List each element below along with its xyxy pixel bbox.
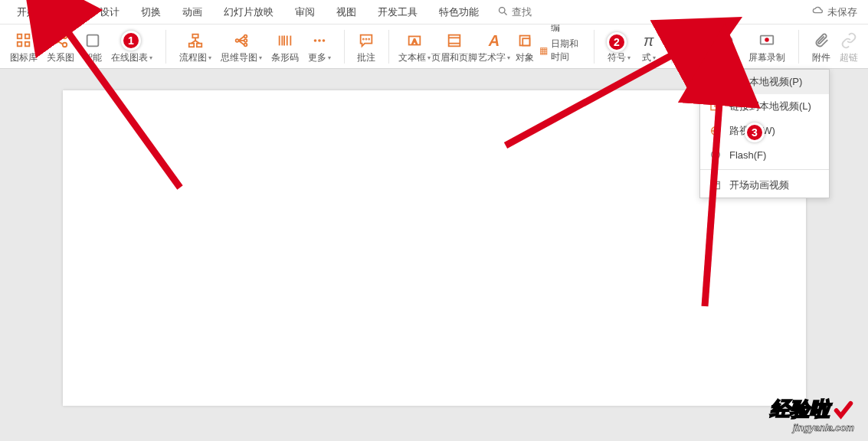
header-footer-icon xyxy=(445,31,463,50)
datetime-button[interactable]: ▦ 日期和时间 xyxy=(539,38,585,64)
cloud-icon xyxy=(812,5,824,19)
more-icon xyxy=(310,31,329,50)
svg-rect-2 xyxy=(18,34,22,39)
svg-rect-11 xyxy=(87,35,99,47)
search-label: 查找 xyxy=(512,5,532,19)
flash-item[interactable]: Flash(F) xyxy=(700,143,829,166)
svg-point-33 xyxy=(313,39,316,42)
paperclip-icon xyxy=(812,31,830,50)
callout-1: 1 xyxy=(121,31,141,51)
link-square-icon xyxy=(709,100,722,113)
search-icon xyxy=(497,5,509,19)
video-dropdown-menu: 嵌入本地视频(P) 链接到本地视频(L) 路视频(W) Flash(F) 开场动… xyxy=(699,69,830,198)
comment-button[interactable]: 批注 xyxy=(353,29,379,68)
mindmap-icon xyxy=(232,31,251,50)
svg-point-38 xyxy=(369,39,370,40)
svg-rect-15 xyxy=(192,34,198,38)
tab-animation[interactable]: 动画 xyxy=(172,2,213,22)
more-label: 更多▾ xyxy=(308,51,331,64)
svg-marker-48 xyxy=(722,36,729,46)
flash-label: Flash(F) xyxy=(729,149,766,161)
mindmap-label: 思维导图▾ xyxy=(221,51,262,64)
svg-point-23 xyxy=(244,39,247,42)
embed-local-video-item[interactable]: 嵌入本地视频(P) xyxy=(700,70,829,94)
comment-label: 批注 xyxy=(357,51,375,64)
more-button[interactable]: 更多▾ xyxy=(304,29,335,68)
svg-rect-17 xyxy=(197,44,201,47)
relation-chart-label: 关系图 xyxy=(47,51,74,64)
tab-insert[interactable]: 插入 xyxy=(47,4,89,21)
link-local-video-label: 链接到本地视频(L) xyxy=(729,100,811,113)
wordart-button[interactable]: A 艺术字▾ xyxy=(478,29,511,68)
icon-library-button[interactable]: 图标库 xyxy=(6,29,41,68)
svg-rect-41 xyxy=(449,35,460,47)
tab-view[interactable]: 视图 xyxy=(326,2,367,22)
audio-icon xyxy=(719,31,737,50)
smart-button[interactable]: 智能 xyxy=(80,29,106,68)
barcode-icon xyxy=(276,31,294,50)
film-icon xyxy=(709,179,722,191)
equation-label: 式▾ xyxy=(642,51,656,64)
svg-line-10 xyxy=(57,41,62,44)
barcode-label: 条形码 xyxy=(271,51,299,64)
object-icon xyxy=(516,31,534,50)
audio-label: 音频▾ xyxy=(716,51,739,64)
equation-button[interactable]: π 式▾ xyxy=(636,29,662,68)
svg-rect-45 xyxy=(523,38,530,45)
header-footer-label: 页眉和页脚 xyxy=(431,51,477,64)
tab-review[interactable]: 审阅 xyxy=(284,2,326,22)
calendar-icon: ▦ xyxy=(539,45,548,56)
svg-marker-47 xyxy=(695,38,699,43)
hyperlink-button[interactable]: 超链 xyxy=(836,29,862,68)
svg-point-24 xyxy=(244,44,247,47)
mindmap-button[interactable]: 思维导图▾ xyxy=(217,29,266,68)
object-label: 对象 xyxy=(516,51,534,64)
pi-icon: π xyxy=(640,31,658,50)
embed-local-video-label: 嵌入本地视频(P) xyxy=(729,75,802,89)
opening-animation-item[interactable]: 开场动画视频 xyxy=(700,173,829,198)
textbox-icon: A xyxy=(405,31,424,50)
check-icon xyxy=(833,399,854,420)
tab-devtools[interactable]: 开发工具 xyxy=(367,2,428,22)
screen-record-button[interactable]: 屏幕录制 xyxy=(745,29,789,68)
barcode-button[interactable]: 条形码 xyxy=(267,29,303,68)
link-icon xyxy=(840,31,858,50)
smart-label: 智能 xyxy=(84,51,102,64)
slide[interactable] xyxy=(63,90,806,406)
wordart-label: 艺术字▾ xyxy=(478,51,510,64)
textbox-button[interactable]: A 文本框▾ xyxy=(398,29,431,68)
symbol-label: 符号▾ xyxy=(608,51,631,64)
tab-special[interactable]: 特色功能 xyxy=(428,2,490,22)
flowchart-button[interactable]: 流程图▾ xyxy=(175,29,215,68)
attachment-button[interactable]: 附件 xyxy=(808,29,834,68)
flowchart-label: 流程图▾ xyxy=(179,51,211,64)
attachment-label: 附件 xyxy=(812,51,830,64)
svg-point-50 xyxy=(765,38,770,42)
svg-point-35 xyxy=(322,39,325,42)
tab-design[interactable]: 设计 xyxy=(89,2,130,22)
search-button[interactable]: 查找 xyxy=(497,5,532,19)
svg-point-34 xyxy=(318,39,321,42)
flash-icon xyxy=(709,149,722,161)
header-footer-button[interactable]: 页眉和页脚 xyxy=(433,29,477,68)
video-button[interactable]: 视频▾ xyxy=(680,29,711,68)
screen-record-label: 屏幕录制 xyxy=(748,51,785,64)
relation-chart-button[interactable]: 关系图 xyxy=(43,29,78,68)
dropdown-separator xyxy=(700,169,829,170)
callout-3: 3 xyxy=(745,122,765,142)
tab-start[interactable]: 开始 xyxy=(6,2,47,22)
tab-slideshow[interactable]: 幻灯片放映 xyxy=(213,2,284,22)
video-icon xyxy=(686,31,705,50)
flowchart-icon xyxy=(186,31,205,50)
wordart-icon: A xyxy=(485,31,503,50)
save-status[interactable]: 未保存 xyxy=(812,5,857,19)
opening-animation-label: 开场动画视频 xyxy=(729,178,789,192)
link-local-video-item[interactable]: 链接到本地视频(L) xyxy=(700,94,829,119)
audio-button[interactable]: 音频▾ xyxy=(712,29,743,68)
svg-point-21 xyxy=(235,39,238,42)
globe-icon xyxy=(709,125,722,137)
object-button[interactable]: 对象 xyxy=(512,29,538,68)
web-video-item[interactable]: 路视频(W) xyxy=(700,119,829,143)
tab-transition[interactable]: 切换 xyxy=(130,2,172,22)
save-status-label: 未保存 xyxy=(827,5,857,19)
